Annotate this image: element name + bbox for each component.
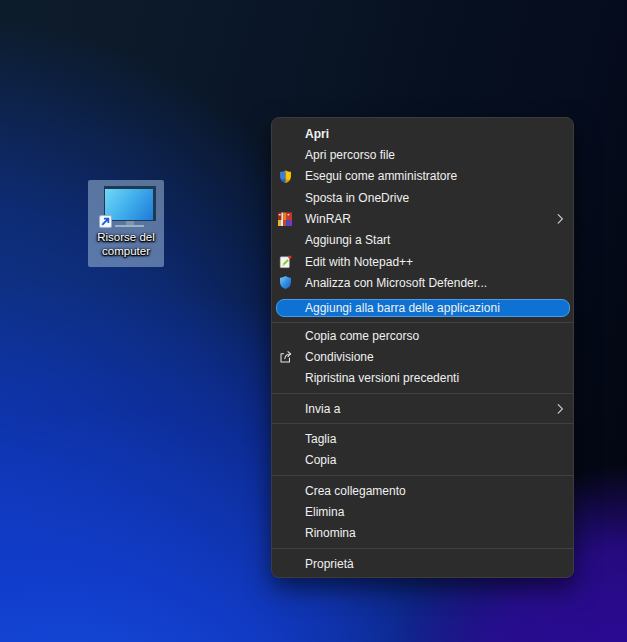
menu-item-label: Elimina	[305, 505, 344, 519]
shortcut-arrow-icon	[99, 215, 112, 228]
menu-item-apri-percorso-file[interactable]: Apri percorso file	[272, 144, 573, 165]
menu-item-condivisione[interactable]: Condivisione	[272, 346, 573, 367]
desktop-icon-label: Risorse del computer	[88, 231, 164, 258]
menu-item-label: WinRAR	[305, 212, 351, 226]
menu-item-label: Aggiungi alla barra delle applicazioni	[305, 301, 500, 315]
menu-item-label: Aggiungi a Start	[305, 233, 390, 247]
monitor-screen	[105, 189, 153, 220]
menu-item-label: Copia come percorso	[305, 329, 419, 343]
share-icon	[277, 349, 293, 365]
menu-item-label: Ripristina versioni precedenti	[305, 371, 459, 385]
menu-separator	[272, 423, 573, 424]
notepad-plus-plus-icon	[277, 254, 293, 270]
monitor-base	[115, 225, 144, 228]
icon-label-line2: computer	[88, 245, 164, 259]
chevron-right-icon	[557, 213, 564, 224]
winrar-icon	[277, 211, 293, 227]
menu-item-aggiungi-alla-barra-delle-applicazioni[interactable]: Aggiungi alla barra delle applicazioni	[272, 298, 573, 319]
menu-item-label: Taglia	[305, 432, 336, 446]
menu-item-label: Apri percorso file	[305, 148, 395, 162]
menu-item-label: Apri	[305, 127, 329, 141]
desktop-background[interactable]: Risorse del computer ApriApri percorso f…	[0, 0, 627, 642]
defender-shield-icon	[277, 275, 293, 291]
menu-item-apri[interactable]: Apri	[272, 123, 573, 144]
menu-item-copia[interactable]: Copia	[272, 450, 573, 471]
menu-item-label: Analizza con Microsoft Defender...	[305, 276, 487, 290]
menu-item-label: Sposta in OneDrive	[305, 191, 409, 205]
menu-item-rinomina[interactable]: Rinomina	[272, 523, 573, 544]
menu-item-taglia[interactable]: Taglia	[272, 428, 573, 449]
menu-item-invia-a[interactable]: Invia a	[272, 398, 573, 419]
menu-item-analizza-con-microsoft-defender[interactable]: Analizza con Microsoft Defender...	[272, 272, 573, 293]
menu-separator	[272, 393, 573, 394]
menu-item-sposta-in-onedrive[interactable]: Sposta in OneDrive	[272, 187, 573, 208]
uac-shield-icon	[277, 168, 293, 184]
menu-item-label: Condivisione	[305, 350, 374, 364]
menu-item-label: Rinomina	[305, 526, 356, 540]
menu-item-label: Crea collegamento	[305, 484, 406, 498]
menu-item-crea-collegamento[interactable]: Crea collegamento	[272, 480, 573, 501]
menu-item-label: Esegui come amministratore	[305, 169, 457, 183]
context-menu: ApriApri percorso fileEsegui come ammini…	[271, 117, 574, 578]
menu-item-propriet[interactable]: Proprietà	[272, 553, 573, 574]
menu-item-label: Invia a	[305, 402, 340, 416]
icon-label-line1: Risorse del	[88, 231, 164, 245]
computer-icon	[104, 186, 156, 228]
menu-separator	[272, 548, 573, 549]
desktop-icon-risorse-del-computer[interactable]: Risorse del computer	[88, 180, 164, 267]
menu-item-esegui-come-amministratore[interactable]: Esegui come amministratore	[272, 166, 573, 187]
menu-separator	[272, 475, 573, 476]
menu-item-winrar[interactable]: WinRAR	[272, 208, 573, 229]
menu-item-ripristina-versioni-precedenti[interactable]: Ripristina versioni precedenti	[272, 368, 573, 389]
menu-item-label: Proprietà	[305, 557, 354, 571]
menu-item-edit-with-notepad[interactable]: Edit with Notepad++	[272, 251, 573, 272]
menu-item-label: Edit with Notepad++	[305, 255, 413, 269]
menu-item-elimina[interactable]: Elimina	[272, 501, 573, 522]
menu-separator	[272, 322, 573, 323]
menu-item-aggiungi-a-start[interactable]: Aggiungi a Start	[272, 230, 573, 251]
menu-item-label: Copia	[305, 453, 336, 467]
menu-item-copia-come-percorso[interactable]: Copia come percorso	[272, 325, 573, 346]
chevron-right-icon	[557, 403, 564, 414]
